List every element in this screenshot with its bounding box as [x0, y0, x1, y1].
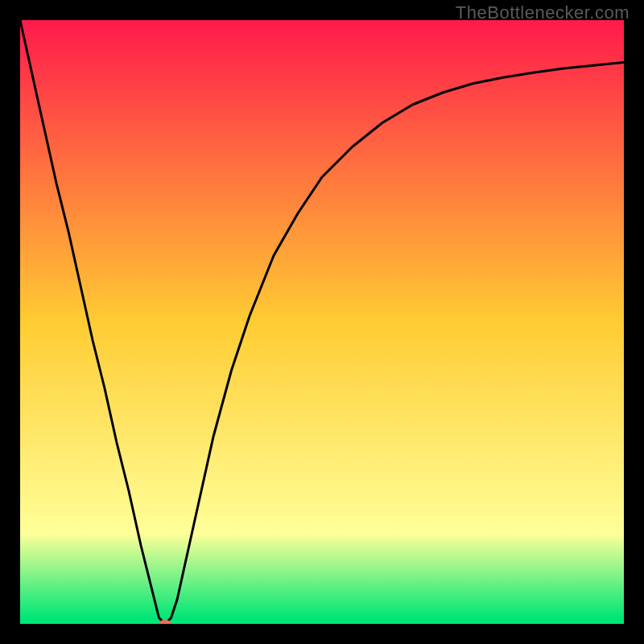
gradient-rect	[20, 20, 624, 624]
chart-svg	[20, 20, 624, 624]
watermark-text: TheBottlenecker.com	[456, 2, 630, 23]
plot-area	[20, 20, 624, 624]
chart-container: TheBottlenecker.com	[0, 0, 644, 644]
